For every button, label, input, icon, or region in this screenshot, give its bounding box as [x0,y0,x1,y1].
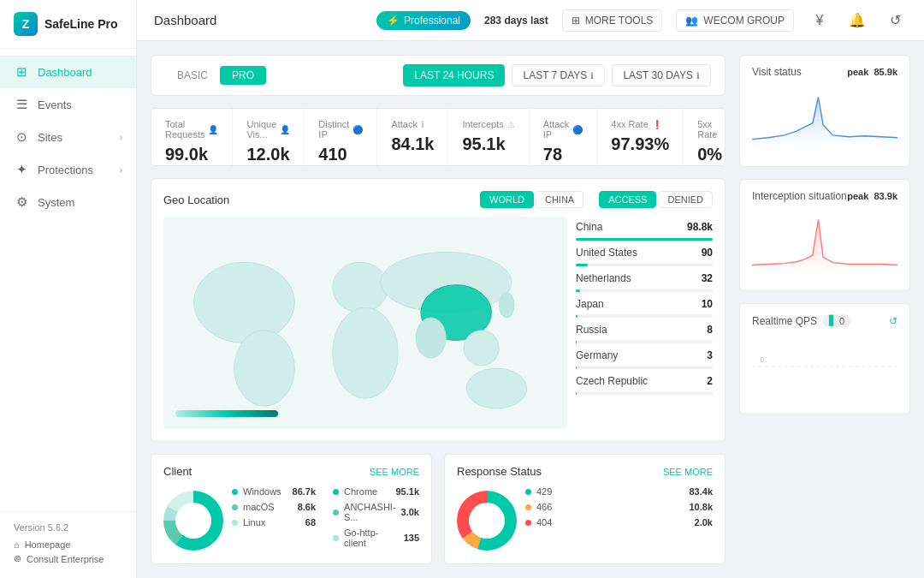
interception-sparkline [752,209,897,277]
geo-toggle-world[interactable]: WORLD [480,191,534,208]
sidebar-item-protections[interactable]: ✦ Protections › [0,153,136,186]
svg-point-2 [234,331,295,406]
svg-point-1 [193,262,294,343]
interception-header: Interception situation peak 83.9k [752,190,897,202]
interception-card: Interception situation peak 83.9k [739,179,910,291]
svg-point-3 [333,262,388,313]
info-icon[interactable]: 👤 [280,125,290,134]
sidebar-item-events[interactable]: ☰ Events [0,88,136,121]
response-see-more[interactable]: SEE MORE [663,467,713,477]
geo-toggle-denied[interactable]: DENIED [658,191,713,208]
geo-map [163,217,567,429]
info-icon[interactable]: 👤 [208,125,218,134]
geo-toggle-china[interactable]: CHINA [536,191,583,208]
wecom-group-button[interactable]: 👥 WECOM GROUP [676,9,794,32]
stat-total-requests: Total Requests 👤 99.0k [151,109,233,165]
geo-row-jp: Japan 10 [576,294,713,315]
sidebar-logo: Z SafeLine Pro [0,0,136,49]
bottom-row: Client SEE MORE Windows 86.7k [151,454,726,564]
currency-icon[interactable]: ¥ [808,9,832,33]
client-card: Client SEE MORE Windows 86.7k [151,454,432,564]
response-card-header: Response Status SEE MORE [457,465,713,478]
sidebar-item-label: Protections [38,164,93,176]
sidebar-item-sites[interactable]: ⊙ Sites › [0,121,136,153]
geo-row-de: Germany 3 [576,345,713,366]
tab-basic[interactable]: BASIC [165,66,220,85]
sidebar-nav: ⊞ Dashboard ☰ Events ⊙ Sites › ✦ Protect… [0,49,136,511]
stat-value: 410 [318,145,363,164]
status-dot [525,520,531,526]
realtime-value: 0 [839,316,844,326]
geo-row-cz: Czech Republic 2 [576,371,713,392]
info-icon[interactable]: 🔵 [352,125,363,134]
time-btn-24h[interactable]: LAST 24 HOURS [403,64,505,86]
homepage-link[interactable]: ⌂ Homepage [14,539,122,550]
visit-status-card: Visit status peak 85.9k [739,55,910,167]
world-map-svg [163,217,567,429]
geo-toggle-access[interactable]: ACCESS [599,191,656,208]
stat-attack: Attack ℹ 84.1k [377,109,448,165]
stat-value: 99.0k [165,145,218,164]
geo-row-nl: Netherlands 32 [576,268,713,289]
sites-icon: ⊙ [14,129,29,145]
bell-icon[interactable]: 🔔 [845,9,869,33]
time-btn-7d[interactable]: LAST 7 DAYS ℹ [512,64,605,86]
list-item: 404 2.0k [525,517,713,527]
consult-link[interactable]: ⊚ Consult Enterprise [14,553,122,564]
warning-icon[interactable]: ❗ [720,125,726,134]
tab-pro[interactable]: PRO [220,66,266,85]
chevron-right-icon: › [120,165,122,175]
more-tools-button[interactable]: ⊞ MORE TOOLS [562,9,663,32]
svg-point-9 [499,293,514,318]
sidebar-item-system[interactable]: ⚙ System [0,186,136,218]
info-icon[interactable]: ⚠ [507,120,515,129]
response-list: 429 83.4k 466 10.8k 404 2. [525,486,713,533]
status-dot [525,504,531,510]
stat-unique-visitors: Unique Vis... 👤 12.0k [233,109,305,165]
info-icon[interactable]: 🔵 [572,125,583,134]
pro-label: Professional [404,15,460,27]
realtime-header: Realtime QPS ▋ 0 ↺ [752,314,897,327]
warning-icon[interactable]: ❗ [652,120,662,129]
chevron-right-icon: › [120,133,122,142]
realtime-sparkline: 0 [752,332,897,401]
stat-distinct-ip: Distinct IP 🔵 410 [305,109,377,165]
geo-world-toggle-group: WORLD CHINA [480,191,583,208]
wecom-icon: 👥 [685,15,698,27]
stat-intercepts: Intercepts ⚠ 95.1k [448,109,529,165]
list-item: 466 10.8k [525,502,713,512]
sidebar-item-dashboard[interactable]: ⊞ Dashboard [0,56,136,88]
header: Dashboard ⚡ Professional 283 days last ⊞… [137,0,924,41]
sidebar-item-label: Dashboard [38,66,92,79]
refresh-icon[interactable]: ↺ [889,315,897,327]
geo-row-us: United States 90 [576,242,713,264]
stat-attack-ip: Attack IP 🔵 78 [530,109,598,165]
stat-value: 95.1k [462,134,514,154]
client-card-header: Client SEE MORE [163,465,419,478]
right-panel: Visit status peak 85.9k [739,55,910,564]
time-btn-30d[interactable]: LAST 30 DAYS ℹ [612,64,711,86]
logo-icon: Z [14,12,38,36]
os-dot [232,504,238,510]
client-see-more[interactable]: SEE MORE [370,467,419,477]
geo-legend [175,410,278,417]
stat-value: 12.0k [246,145,290,164]
browser-dot [333,509,339,515]
stats-row: Total Requests 👤 99.0k Unique Vis... 👤 1… [151,108,726,166]
system-icon: ⚙ [14,194,29,210]
info-icon[interactable]: ℹ [421,120,424,129]
response-card: Response Status SEE MORE 429 83.4k [444,454,726,564]
geo-content: China 98.8k United States 90 Netherlands… [163,217,713,429]
refresh-icon[interactable]: ↺ [883,9,907,33]
tabs-bar: BASIC PRO LAST 24 HOURS LAST 7 DAYS ℹ LA… [151,55,726,96]
list-item: Linux 68 [232,517,316,527]
page-title: Dashboard [154,13,216,27]
os-dot [232,489,238,495]
response-donut-chart [457,491,517,551]
svg-point-7 [464,331,499,366]
svg-point-10 [416,318,446,358]
response-content: 429 83.4k 466 10.8k 404 2. [457,486,713,551]
dashboard-icon: ⊞ [14,64,29,80]
events-icon: ☰ [14,97,29,112]
sidebar-item-label: Events [38,98,72,111]
